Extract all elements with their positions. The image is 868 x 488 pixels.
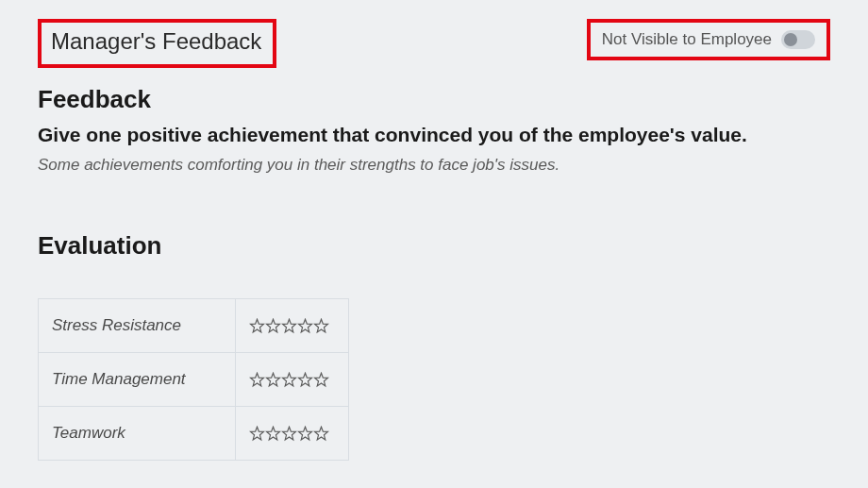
criterion-label: Stress Resistance <box>39 299 236 353</box>
feedback-heading: Feedback <box>38 85 830 114</box>
feedback-block: Feedback Give one positive achievement t… <box>38 85 830 175</box>
rating-stars[interactable] <box>249 318 335 334</box>
star-icon[interactable] <box>313 372 329 388</box>
star-icon[interactable] <box>265 426 281 442</box>
star-icon[interactable] <box>297 426 313 442</box>
rating-stars[interactable] <box>249 426 335 442</box>
star-icon[interactable] <box>265 372 281 388</box>
star-icon[interactable] <box>281 372 297 388</box>
feedback-hint: Some achievements comforting you in thei… <box>38 156 830 175</box>
star-icon[interactable] <box>313 318 329 334</box>
star-icon[interactable] <box>281 426 297 442</box>
table-row: Stress Resistance <box>39 299 349 353</box>
evaluation-section: Evaluation Stress ResistanceTime Managem… <box>38 231 830 461</box>
table-row: Teamwork <box>39 407 349 461</box>
rating-stars[interactable] <box>249 372 335 388</box>
section-title: Manager's Feedback <box>51 28 261 55</box>
toggle-knob <box>784 33 797 46</box>
visibility-highlight: Not Visible to Employee <box>587 19 830 60</box>
table-row: Time Management <box>39 353 349 407</box>
visibility-label: Not Visible to Employee <box>602 30 772 49</box>
star-icon[interactable] <box>297 318 313 334</box>
section-title-highlight: Manager's Feedback <box>38 19 276 68</box>
star-icon[interactable] <box>249 372 265 388</box>
visibility-toggle[interactable] <box>781 30 815 49</box>
evaluation-table: Stress ResistanceTime ManagementTeamwork <box>38 298 349 461</box>
star-icon[interactable] <box>249 318 265 334</box>
criterion-label: Time Management <box>39 353 236 407</box>
star-icon[interactable] <box>297 372 313 388</box>
evaluation-heading: Evaluation <box>38 231 830 261</box>
criterion-label: Teamwork <box>39 407 236 461</box>
star-icon[interactable] <box>265 318 281 334</box>
feedback-prompt: Give one positive achievement that convi… <box>38 124 830 146</box>
star-icon[interactable] <box>281 318 297 334</box>
star-icon[interactable] <box>249 426 265 442</box>
star-icon[interactable] <box>313 426 329 442</box>
